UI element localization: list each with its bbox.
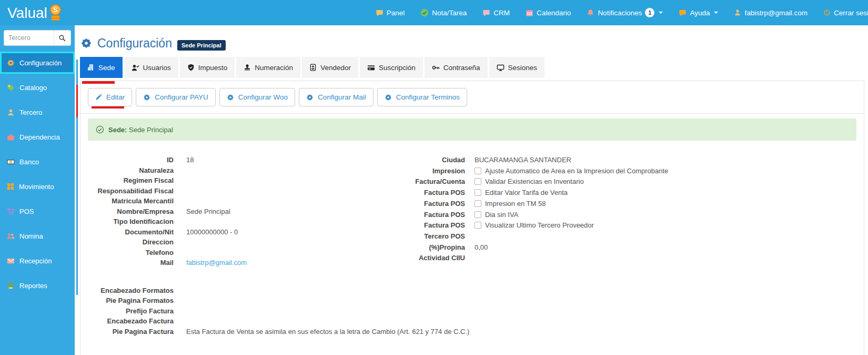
detail-label: Prefijo Factura xyxy=(88,306,174,317)
chevron-down-icon xyxy=(714,12,718,14)
detail-value: BUCARAMANGA SANTANDER xyxy=(475,155,856,166)
tab-sede[interactable]: Sede xyxy=(80,57,123,78)
people-icon xyxy=(7,232,15,240)
detail-label: Actividad CIIU xyxy=(336,253,465,264)
detail-label: Factura POS xyxy=(336,188,465,199)
tag-icon xyxy=(7,84,15,92)
briefcase-icon xyxy=(7,133,15,141)
gear-icon xyxy=(385,94,392,101)
tab-impuesto[interactable]: Impuesto xyxy=(180,57,235,78)
checkbox-impresion-tm58[interactable] xyxy=(475,200,481,207)
stamp-icon xyxy=(244,64,251,71)
mail-link[interactable]: fabistrp@gmail.com xyxy=(186,259,247,267)
sidebar-item-catalogo[interactable]: Catalogo xyxy=(0,77,75,98)
sidebar-item-banco[interactable]: Banco xyxy=(0,151,75,172)
envelope-icon xyxy=(7,257,15,265)
key-icon xyxy=(432,64,440,72)
configurar-mail-button[interactable]: Configurar Mail xyxy=(299,88,374,106)
nav-ayuda[interactable]: Ayuda xyxy=(679,9,718,17)
configurar-terminos-button[interactable]: Configurar Terminos xyxy=(377,88,467,106)
detail-view: ID18 Naturaleza Regimen Fiscal Responsab… xyxy=(88,155,856,337)
power-icon xyxy=(823,9,831,16)
sidebar-item-configuracion[interactable]: Configuración xyxy=(0,52,75,74)
user-check-icon xyxy=(132,64,139,72)
chat-bubble-icon xyxy=(482,9,490,17)
banknote-icon xyxy=(7,158,15,166)
detail-value: Editar Valor Tarifa de Venta xyxy=(475,188,856,199)
alert-text: Sede Principal xyxy=(129,126,173,134)
nav-notificaciones[interactable]: Notificaciones 1 xyxy=(587,8,663,17)
tab-usuarios[interactable]: Usuarios xyxy=(124,57,178,78)
detail-label: Telefono xyxy=(88,248,174,258)
checkbox-validar-existencias[interactable] xyxy=(475,178,481,185)
gear-icon xyxy=(7,59,15,67)
detail-label: Pie Pagina Formatos xyxy=(88,295,174,306)
checkbox-visualizar-tercero[interactable] xyxy=(475,222,481,229)
checkbox-dia-sin-iva[interactable] xyxy=(475,211,481,218)
user-icon xyxy=(7,109,15,116)
detail-label: Factura/Cuenta xyxy=(336,176,465,188)
checkbox-editar-tarifa[interactable] xyxy=(475,189,481,196)
detail-value: Visualizar Ultimo Tercero Proveedor xyxy=(475,220,856,231)
app-logo[interactable]: Valual S xyxy=(7,4,63,22)
detail-label: Factura POS xyxy=(336,199,465,210)
monitor-icon xyxy=(497,64,504,72)
sidebar-item-dependencia[interactable]: Dependencia xyxy=(0,126,75,147)
configurar-woo-button[interactable]: Configurar Woo xyxy=(219,88,295,106)
page-title: Configuración xyxy=(97,36,172,51)
editar-button[interactable]: Editar xyxy=(88,88,132,106)
sidebar-item-movimiento[interactable]: Movimiento xyxy=(0,176,75,197)
checkbox-ajuste-impresion[interactable] xyxy=(475,167,481,174)
nav-nota-tarea[interactable]: Nota/Tarea xyxy=(420,8,467,17)
tab-suscripcion[interactable]: Suscripción xyxy=(360,57,423,78)
tab-contrasena[interactable]: Contraseña xyxy=(425,57,488,78)
nav-panel[interactable]: Panel xyxy=(376,9,405,17)
configurar-payu-button[interactable]: Configurar PAYU xyxy=(136,88,216,106)
search-icon xyxy=(58,34,66,42)
detail-value: Validar Existencias en Inventario xyxy=(475,176,856,188)
detail-label: Encabezado Factura xyxy=(88,316,174,327)
chat-bubble-icon xyxy=(376,9,383,17)
app-logo-text: Valual xyxy=(7,5,47,22)
tab-bar: Sede Usuarios Impuesto Numeración Vended… xyxy=(80,57,864,78)
grid-icon xyxy=(7,183,14,190)
detail-label: Nombre/Empresa xyxy=(88,206,174,217)
gear-icon xyxy=(143,94,150,101)
sidebar-item-tercero[interactable]: Tercero xyxy=(0,102,75,123)
chat-bubble-icon xyxy=(679,9,687,17)
gear-icon xyxy=(306,94,314,101)
tab-numeracion[interactable]: Numeración xyxy=(236,57,300,78)
detail-label: Matricula Mercantil xyxy=(88,196,174,206)
detail-label: Impresion xyxy=(336,166,465,177)
nav-cerrar-sesion[interactable]: Cerrar sesión xyxy=(823,9,868,17)
tab-sesiones[interactable]: Sesiones xyxy=(489,57,545,78)
detail-value xyxy=(475,231,856,242)
sidebar-item-pos[interactable]: POS xyxy=(0,201,75,222)
detail-column-right: CiudadBUCARAMANGA SANTANDER ImpresionAju… xyxy=(336,155,856,337)
tab-content: Sede: Sede Principal ID18 Naturaleza Reg… xyxy=(80,114,864,355)
credit-card-icon xyxy=(367,64,375,72)
nav-crm[interactable]: CRM xyxy=(482,9,510,17)
tab-vendedor[interactable]: Vendedor xyxy=(302,57,358,78)
nav-user-email[interactable]: fabistrp@gmail.com xyxy=(734,9,808,17)
navbar-menu: Panel Nota/Tarea CRM Calendario Notifica… xyxy=(376,8,868,17)
search-input[interactable] xyxy=(4,31,54,45)
detail-label: Regimen Fiscal xyxy=(88,175,174,186)
detail-label: (%)Propina xyxy=(336,242,465,253)
detail-value: Dia sin IVA xyxy=(475,210,856,221)
detail-label: Naturaleza xyxy=(88,165,174,176)
sidebar-item-reportes[interactable]: Reportes xyxy=(0,275,75,296)
success-alert: Sede: Sede Principal xyxy=(88,119,856,141)
nav-calendario[interactable]: Calendario xyxy=(526,9,571,17)
printer-icon xyxy=(7,282,15,290)
sidebar-item-nomina[interactable]: Nomina xyxy=(0,225,75,246)
detail-label: Pie Pagina Factura xyxy=(88,327,174,337)
notification-count-badge: 1 xyxy=(645,8,654,17)
gear-icon xyxy=(227,94,234,101)
detail-label: Factura POS xyxy=(336,210,465,221)
annotation-underline-sede-tab xyxy=(82,81,115,84)
search-button[interactable] xyxy=(54,31,70,45)
detail-label: Ciudad xyxy=(336,155,465,166)
annotation-vertical-line-red xyxy=(76,85,78,117)
sidebar-item-recepcion[interactable]: Recepción xyxy=(0,250,75,271)
